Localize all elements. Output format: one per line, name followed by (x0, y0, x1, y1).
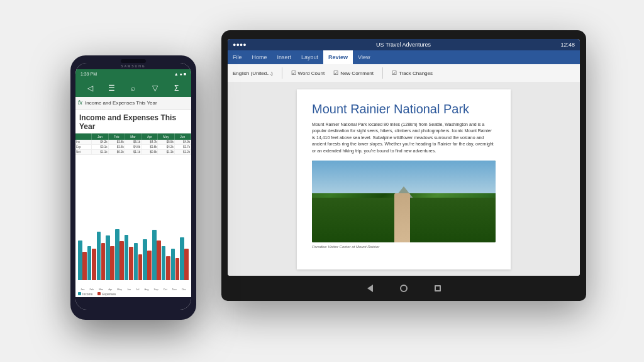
tool-wordcount[interactable]: ☑ Word Count (291, 70, 325, 76)
android-recent-button[interactable] (433, 284, 442, 293)
chart-legend: Income Expenses (78, 292, 189, 296)
tablet-status-time: 12:48 (560, 42, 575, 48)
tab-layout[interactable]: Layout (296, 50, 323, 64)
android-home-button[interactable] (399, 284, 408, 293)
chart-x-axis: JanFebMarAprMayJunJulAugSepOctNovDec (78, 288, 189, 291)
col-header-apr: Apr (142, 133, 158, 140)
income-bar-6 (134, 243, 138, 280)
tab-review[interactable]: Review (323, 50, 353, 64)
tablet-status-left: ●●●● (233, 42, 247, 48)
table-row-income: Inc $4.2k $3.8k $5.1k $4.7k $5.5k $4.9k (75, 140, 191, 145)
wordcount-label: Word Count (298, 71, 325, 76)
phone-device: SAMSUNG 1:39 PM ▲ ● ■ ◁ ☰ ⌕ ▽ Σ fx Incom… (70, 55, 196, 320)
phone-bottom-bar (75, 297, 191, 310)
image-caption: Paradise Visitor Center at Mount Rainier (312, 245, 496, 249)
tab-view[interactable]: View (353, 50, 375, 64)
income-bar-4 (115, 229, 119, 280)
language-label: English (United...) (233, 71, 273, 76)
x-label-10: Nov (172, 288, 177, 291)
row-label-inc: Inc (75, 140, 92, 144)
tab-insert[interactable]: Insert (272, 50, 297, 64)
income-bar-0 (78, 240, 82, 280)
samsung-bar: SAMSUNG (75, 63, 191, 69)
phone-sheet-title: Income and Expenses This Year (75, 110, 191, 133)
col-header-jan: Jan (92, 133, 108, 140)
x-label-0: Jan (80, 288, 84, 291)
legend-income-dot (78, 292, 81, 295)
table-header-row: Jan Feb Mar Apr May Jun (75, 133, 191, 140)
income-bar-2 (97, 232, 101, 280)
col-header-0 (75, 133, 92, 140)
phone-chart: JanFebMarAprMayJunJulAugSepOctNovDec Inc… (75, 155, 191, 297)
cell-net-jan: $1.1k (92, 150, 108, 154)
phone-back-icon[interactable]: ◁ (84, 84, 96, 93)
income-bar-10 (171, 249, 175, 280)
income-bar-11 (180, 237, 184, 280)
legend-expense-dot (97, 292, 101, 295)
doc-body: Mount Rainier National Park located 80 m… (312, 122, 496, 155)
bar-group-8 (152, 230, 161, 280)
bar-group-6 (134, 243, 143, 280)
bar-group-10 (171, 249, 180, 280)
samsung-brand: SAMSUNG (121, 64, 145, 68)
bar-group-4 (115, 229, 124, 280)
tab-file[interactable]: File (228, 50, 247, 64)
comment-label: New Comment (340, 71, 374, 76)
phone-screen: SAMSUNG 1:39 PM ▲ ● ■ ◁ ☰ ⌕ ▽ Σ fx Incom… (75, 63, 191, 310)
cell-net-may: $1.3k (158, 150, 174, 154)
phone-filter-icon[interactable]: ▽ (148, 84, 161, 93)
cell-net-feb: $0.3k (109, 150, 125, 154)
income-bar-1 (87, 246, 92, 280)
expense-bar-7 (147, 251, 152, 280)
expense-bar-1 (92, 249, 96, 280)
legend-expense-label: Expenses (102, 292, 116, 296)
cell-exp-jan: $3.1k (92, 145, 108, 149)
col-header-feb: Feb (109, 133, 125, 140)
bar-group-11 (180, 237, 189, 280)
cell-exp-may: $4.2k (158, 145, 174, 149)
tool-language[interactable]: English (United...) (233, 71, 273, 76)
col-header-mar: Mar (125, 133, 142, 140)
doc-image (312, 161, 496, 242)
income-bar-3 (106, 235, 110, 280)
row-label-exp: Exp (75, 145, 92, 149)
comment-icon: ☑ (333, 70, 338, 76)
phone-status-time: 1:39 PM (80, 72, 97, 76)
tab-home[interactable]: Home (247, 50, 272, 64)
expense-bar-4 (119, 241, 124, 280)
tool-track[interactable]: ☑ Track Changes (392, 70, 433, 76)
phone-status-icons: ▲ ● ■ (174, 72, 186, 76)
expense-bar-0 (82, 252, 87, 280)
cell-inc-feb: $3.8k (109, 140, 125, 144)
x-label-5: Jun (127, 288, 131, 291)
x-label-2: Mar (99, 288, 103, 291)
col-header-may: May (158, 133, 174, 140)
x-label-9: Oct (164, 288, 167, 291)
bar-group-5 (125, 235, 133, 280)
phone-notch (121, 59, 146, 63)
bar-group-1 (87, 246, 96, 280)
cell-exp-apr: $3.8k (142, 145, 158, 149)
phone-menu-icon[interactable]: ☰ (106, 84, 118, 93)
row-label-net: Net (75, 150, 92, 154)
x-label-3: Apr (108, 288, 112, 291)
cell-net-mar: $1.1k (125, 150, 142, 154)
track-label: Track Changes (399, 71, 433, 76)
income-bar-7 (143, 239, 147, 280)
wordcount-icon: ☑ (291, 70, 296, 76)
expense-bar-3 (110, 246, 114, 280)
x-label-6: Jul (136, 288, 139, 291)
expense-bar-9 (166, 256, 170, 280)
cell-exp-mar: $4.0k (125, 145, 142, 149)
cell-exp-feb: $3.5k (109, 145, 125, 149)
income-bar-5 (125, 235, 129, 280)
tool-comment[interactable]: ☑ New Comment (333, 70, 374, 76)
phone-toolbar: ◁ ☰ ⌕ ▽ Σ (75, 79, 191, 97)
phone-sum-icon[interactable]: Σ (170, 84, 183, 93)
track-icon: ☑ (392, 70, 397, 76)
doc-title: Mount Rainier National Park (312, 102, 496, 116)
bar-group-9 (162, 246, 170, 280)
cell-inc-mar: $5.1k (125, 140, 142, 144)
phone-search-icon[interactable]: ⌕ (127, 84, 140, 93)
android-back-button[interactable] (365, 284, 374, 293)
